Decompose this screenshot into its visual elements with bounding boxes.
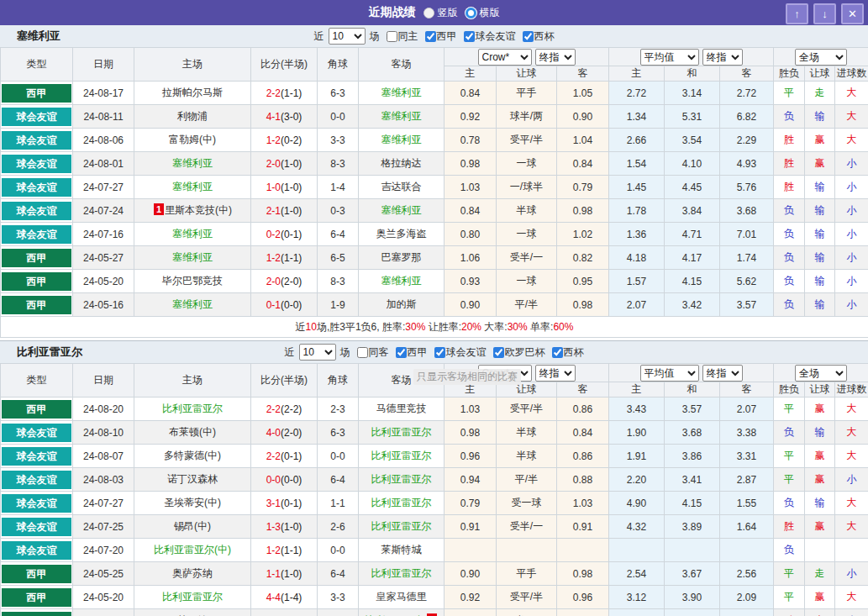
friendly-checkbox[interactable]	[434, 347, 445, 358]
corner-count: 8-3	[318, 152, 359, 176]
avg-final-select[interactable]: 终指	[702, 49, 743, 66]
avg-away: 6.82	[720, 105, 774, 129]
average-select[interactable]: 平均值	[640, 365, 699, 382]
friendly-checkbox[interactable]	[464, 31, 475, 42]
same-away-checkbox[interactable]	[357, 347, 368, 358]
result-goals: 大	[835, 515, 868, 539]
close-button[interactable]: ✕	[841, 3, 864, 24]
radio-selected-icon[interactable]	[423, 8, 434, 18]
friendly-type-badge: 球会友谊	[2, 518, 71, 536]
league-filter-europa[interactable]: 欧罗巴杯	[493, 345, 545, 360]
odds-handicap	[497, 539, 557, 562]
odds-handicap: 一/球半	[497, 176, 557, 199]
fulltime-score: 2-2	[266, 450, 281, 462]
title-bar: 近期战绩 竖版 横版 ↑ ↓ ✕	[0, 0, 868, 25]
league-filter-copa[interactable]: 西杯	[552, 345, 584, 360]
team-name-heading: 比利亚雷亚尔	[17, 341, 82, 363]
match-count-select[interactable]: 10	[329, 28, 366, 45]
move-up-button[interactable]: ↑	[786, 3, 808, 24]
odds-home: 0.78	[445, 129, 497, 152]
away-team-name: 塞维利亚	[381, 87, 422, 98]
result-outcome-value: 负	[784, 110, 794, 122]
europa-checkbox[interactable]	[493, 347, 504, 358]
result-handicap-value: 输	[815, 497, 825, 508]
radio-unselected-icon[interactable]	[466, 8, 476, 18]
result-handicap: 输	[805, 199, 835, 223]
same-home-filter[interactable]: 同主	[387, 29, 418, 44]
corner-count: 0-0	[318, 539, 359, 562]
copa-checkbox[interactable]	[552, 347, 563, 358]
summary-part: 让胜率:	[425, 321, 461, 333]
same-home-checkbox[interactable]	[387, 31, 397, 42]
result-goals: 大	[835, 421, 868, 445]
odds-away: 0.86	[557, 445, 609, 468]
odds-away: 1.04	[557, 129, 609, 152]
home-team-name: 塞维利亚	[172, 298, 213, 310]
odds-handicap: 球半/两	[497, 105, 557, 129]
average-select[interactable]: 平均值	[640, 49, 699, 66]
avg-away: 2.87	[720, 468, 774, 492]
avg-draw: 3.86	[665, 445, 720, 468]
col-corner: 角球	[318, 48, 359, 82]
match-date: 24-08-17	[73, 82, 134, 105]
league-filter-laliga[interactable]: 西甲	[425, 29, 457, 44]
result-goals-value: 大	[847, 450, 857, 461]
fulltime-score: 1-2	[266, 545, 281, 556]
section-sevilla: 塞维利亚 近 10 场 同主 西甲 球会友谊 西杯	[0, 25, 868, 338]
avg-home: 1.78	[609, 199, 665, 223]
result-goals-value: 小	[847, 251, 857, 263]
layout-radio-vertical[interactable]: 竖版	[423, 6, 458, 20]
odds-final-select[interactable]: 终指	[535, 49, 576, 66]
league-filter-laliga[interactable]: 西甲	[396, 345, 428, 360]
laliga-checkbox[interactable]	[425, 31, 436, 42]
odds-home: 0.84	[445, 82, 497, 105]
col-type: 类型	[1, 48, 73, 82]
match-count-select[interactable]: 10	[299, 344, 336, 361]
result-outcome-value: 平	[784, 450, 794, 461]
col-odds-away: 客	[557, 382, 609, 398]
same-away-filter[interactable]: 同客	[357, 345, 389, 360]
result-handicap	[805, 539, 835, 562]
laliga-label: 西甲	[408, 345, 428, 360]
result-handicap-value: 赢	[815, 403, 825, 414]
home-team: 塞维利亚	[134, 293, 251, 317]
match-date: 24-07-27	[73, 492, 134, 515]
scope-select[interactable]: 全场	[795, 365, 847, 382]
league-filter-friendly[interactable]: 球会友谊	[434, 345, 487, 360]
avg-home: 2.07	[609, 293, 665, 317]
league-filter-copa[interactable]: 西杯	[523, 29, 555, 44]
odds-away: 0.91	[557, 515, 609, 539]
match-score: 1-2(1-1)	[251, 246, 318, 270]
odds-provider-select[interactable]: Crow*	[478, 365, 532, 382]
result-goals-value: 小	[847, 275, 857, 287]
corner-count: 2-6	[318, 515, 359, 539]
corner-count: 0-0	[318, 445, 359, 468]
odds-handicap: 受平/半	[497, 586, 557, 609]
summary-part: 30%	[508, 321, 528, 333]
result-goals: 大	[835, 586, 868, 609]
scope-select[interactable]: 全场	[795, 49, 847, 66]
summary-row: 近10场,胜3平1负6, 胜率:30% 让胜率:20% 大率:30% 单率:60…	[1, 317, 868, 338]
odds-final-select[interactable]: 终指	[535, 365, 576, 382]
result-goals: 大	[835, 105, 868, 129]
result-outcome-value: 平	[784, 87, 794, 98]
odds-away: 0.79	[557, 176, 609, 199]
odds-provider-select[interactable]: Crow*	[478, 49, 532, 66]
result-outcome-value: 胜	[784, 181, 794, 192]
halftime-score: (0-1)	[281, 498, 302, 509]
result-handicap: 赢	[805, 515, 835, 539]
laliga-checkbox[interactable]	[396, 347, 407, 358]
avg-away: 3.38	[720, 421, 774, 445]
odds-away: 0.98	[557, 293, 609, 317]
result-outcome-value: 负	[784, 544, 794, 555]
halftime-score: (0-0)	[281, 474, 302, 486]
avg-final-select[interactable]: 终指	[702, 365, 743, 382]
layout-radio-horizontal[interactable]: 横版	[466, 6, 500, 20]
home-team: 利物浦	[134, 105, 251, 129]
copa-checkbox[interactable]	[523, 31, 534, 42]
move-down-button[interactable]: ↓	[813, 3, 836, 24]
avg-away: 1.74	[720, 246, 774, 270]
odds-home: 0.98	[445, 152, 497, 176]
col-date: 日期	[73, 48, 134, 82]
league-filter-friendly[interactable]: 球会友谊	[464, 29, 516, 44]
